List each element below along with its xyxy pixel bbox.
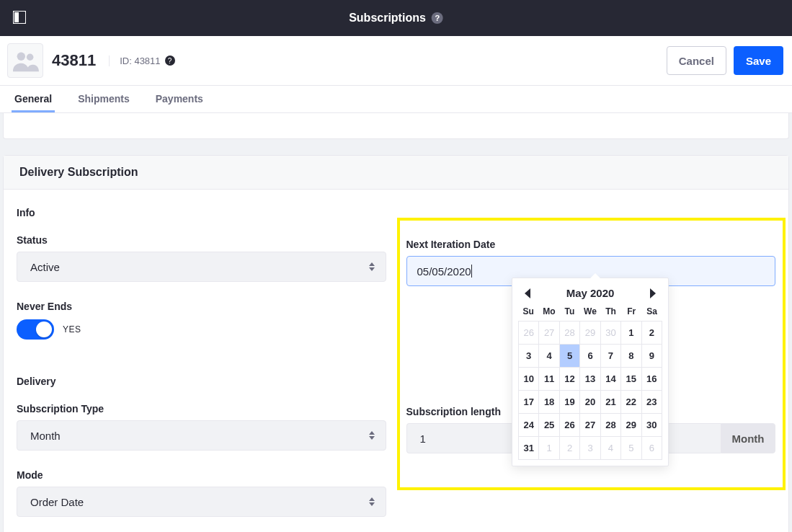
sidebar-toggle-icon[interactable] [13,11,27,25]
datepicker-day-other[interactable]: 28 [560,322,580,345]
datepicker-day[interactable]: 21 [601,391,621,414]
never-ends-value: YES [63,324,81,334]
datepicker-day[interactable]: 18 [539,391,559,414]
datepicker-next-month[interactable] [646,288,658,299]
avatar [7,43,43,78]
chevron-updown-icon [369,497,375,506]
datepicker-day-other[interactable]: 26 [519,322,539,345]
datepicker-day-other[interactable]: 30 [601,322,621,345]
datepicker-dow: Mo [539,306,560,316]
never-ends-toggle[interactable] [17,319,54,340]
status-label: Status [17,234,386,246]
delivery-group-label: Delivery [17,376,386,387]
datepicker-day-other[interactable]: 3 [580,437,600,460]
left-column: Info Status Active Never Ends YES Delive… [17,207,386,517]
datepicker-grid: 2627282930123456789101112131415161718192… [518,321,662,460]
never-ends-label: Never Ends [17,301,386,312]
datepicker-day[interactable]: 23 [642,391,662,414]
info-group-label: Info [17,207,386,218]
datepicker-day[interactable]: 7 [601,345,621,368]
datepicker-day[interactable]: 6 [580,345,600,368]
datepicker-day[interactable]: 13 [580,368,600,391]
datepicker-day[interactable]: 10 [519,368,539,391]
datepicker-popover: May 2020 SuMoTuWeThFrSa 2627282930123456… [512,278,669,466]
help-icon[interactable]: ? [432,12,443,24]
datepicker-day[interactable]: 8 [621,345,641,368]
mode-value: Order Date [30,496,84,508]
datepicker-day[interactable]: 5 [560,345,580,368]
delivery-subscription-section: Delivery Subscription Info Status Active… [3,155,789,532]
tab-payments[interactable]: Payments [153,86,206,112]
datepicker-day[interactable]: 12 [560,368,580,391]
topbar: Subscriptions ? [0,0,792,36]
datepicker-day-other[interactable]: 29 [580,322,600,345]
save-button[interactable]: Save [734,46,783,75]
datepicker-prev-month[interactable] [522,288,534,299]
datepicker-day[interactable]: 2 [642,322,662,345]
datepicker-day[interactable]: 19 [560,391,580,414]
datepicker-day[interactable]: 22 [621,391,641,414]
mode-select[interactable]: Order Date [17,487,386,517]
datepicker-day[interactable]: 31 [519,437,539,460]
tab-shipments[interactable]: Shipments [75,86,133,112]
chevron-updown-icon [369,431,375,440]
datepicker-day-other[interactable]: 5 [621,437,641,460]
datepicker-day[interactable]: 1 [621,322,641,345]
subscription-length-unit: Month [721,423,775,453]
tabs: GeneralShipmentsPayments [0,86,792,113]
page-title-text: Subscriptions [349,12,426,25]
subscription-length-value: 1 [420,433,426,445]
datepicker-dow: Fr [621,306,642,316]
datepicker-day[interactable]: 9 [642,345,662,368]
datepicker-day-other[interactable]: 1 [539,437,559,460]
datepicker-title: May 2020 [566,287,615,299]
datepicker-day[interactable]: 20 [580,391,600,414]
svg-rect-1 [14,12,19,22]
subscription-type-value: Month [30,430,61,442]
datepicker-dow: Tu [559,306,580,316]
datepicker-weekday-row: SuMoTuWeThFrSa [518,306,662,321]
datepicker-day[interactable]: 16 [642,368,662,391]
datepicker-day[interactable]: 27 [580,414,600,437]
mode-label: Mode [17,469,386,481]
svg-point-3 [27,54,34,61]
datepicker-day[interactable]: 4 [539,345,559,368]
datepicker-day[interactable]: 3 [519,345,539,368]
datepicker-day[interactable]: 26 [560,414,580,437]
datepicker-day[interactable]: 17 [519,391,539,414]
entity-id: ID: 43811 ? [109,56,174,66]
subscription-type-select[interactable]: Month [17,420,386,451]
chevron-updown-icon [369,262,375,271]
datepicker-day[interactable]: 14 [601,368,621,391]
datepicker-day-other[interactable]: 4 [601,437,621,460]
next-iteration-date-value: 05/05/2020 [417,265,471,278]
tab-panel-spacer [3,113,789,139]
datepicker-day[interactable]: 29 [621,414,641,437]
datepicker-day[interactable]: 25 [539,414,559,437]
entity-header: 43811 ID: 43811 ? Cancel Save [0,36,792,86]
datepicker-day[interactable]: 24 [519,414,539,437]
status-value: Active [30,261,60,273]
subscription-type-label: Subscription Type [17,403,386,414]
cancel-button[interactable]: Cancel [667,46,726,75]
datepicker-dow: Sa [641,306,662,316]
datepicker-day-other[interactable]: 6 [642,437,662,460]
svg-point-2 [17,53,25,61]
page-title: Subscriptions ? [349,12,443,25]
entity-title: 43811 [52,51,96,70]
datepicker-day-other[interactable]: 2 [560,437,580,460]
datepicker-day-other[interactable]: 27 [539,322,559,345]
datepicker-dow: We [580,306,601,316]
datepicker-dow: Su [518,306,539,316]
section-header: Delivery Subscription [4,156,788,190]
datepicker-dow: Th [600,306,621,316]
next-iteration-label: Next Iteration Date [406,239,776,250]
datepicker-day[interactable]: 28 [601,414,621,437]
entity-id-text: ID: 43811 [120,56,160,66]
status-select[interactable]: Active [17,252,386,282]
tab-general[interactable]: General [12,86,55,112]
datepicker-day[interactable]: 30 [642,414,662,437]
datepicker-day[interactable]: 15 [621,368,641,391]
id-help-icon[interactable]: ? [165,56,175,66]
datepicker-day[interactable]: 11 [539,368,559,391]
